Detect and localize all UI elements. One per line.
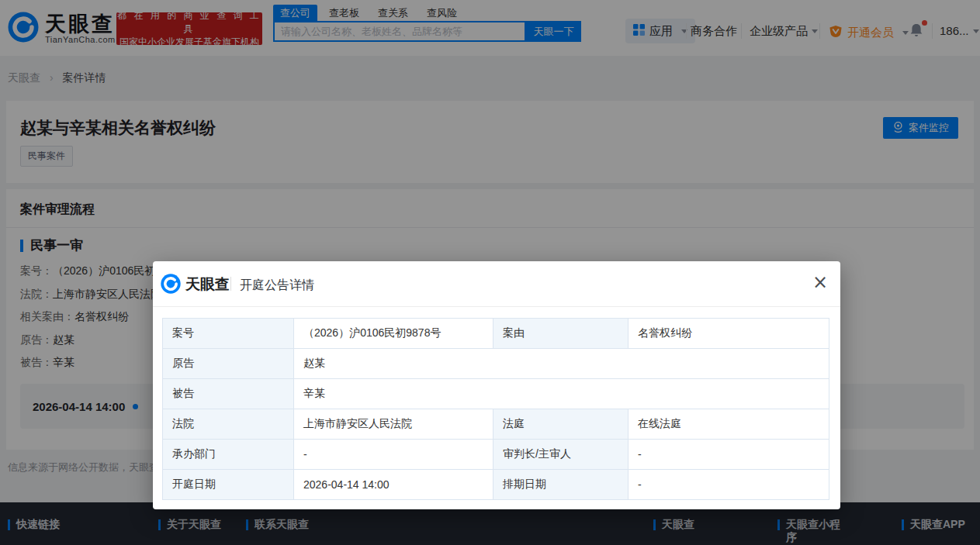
cell-value: 辛某 <box>294 379 829 409</box>
table-row: 原告 赵某 <box>163 349 829 379</box>
tianyancha-swirl-icon <box>161 274 181 297</box>
page: 天眼查 TianYanCha.com 都 在 用 的 商 业 查 询 工 具 国… <box>0 0 980 545</box>
cell-value: 上海市静安区人民法院 <box>294 409 493 440</box>
table-row: 被告 辛某 <box>163 379 829 409</box>
hearing-announcement-modal: 天眼查 开庭公告详情 × 案号 （2026）沪0106民初9878号 案由 名誉… <box>153 261 840 509</box>
cell-value: （2026）沪0106民初9878号 <box>294 319 493 349</box>
modal-brand-name: 天眼查 <box>185 275 230 294</box>
table-row: 法院 上海市静安区人民法院 法庭 在线法庭 <box>163 409 829 440</box>
cell-value: 赵某 <box>294 349 829 379</box>
cell-label: 被告 <box>163 379 294 409</box>
cell-label: 案号 <box>163 319 294 349</box>
table-row: 开庭日期 2026-04-14 14:00 排期日期 - <box>163 470 829 500</box>
cell-label: 审判长/主审人 <box>493 440 629 470</box>
modal-title: 开庭公告详情 <box>240 277 314 293</box>
cell-label: 法庭 <box>493 409 629 440</box>
table-row: 案号 （2026）沪0106民初9878号 案由 名誉权纠纷 <box>163 319 829 349</box>
modal-header: 天眼查 开庭公告详情 × <box>153 261 840 307</box>
cell-value: - <box>629 440 829 470</box>
hearing-detail-table: 案号 （2026）沪0106民初9878号 案由 名誉权纠纷 原告 赵某 被告 … <box>162 318 829 500</box>
table-row: 承办部门 - 审判长/主审人 - <box>163 440 829 470</box>
cell-label: 排期日期 <box>493 470 629 500</box>
cell-label: 案由 <box>493 319 629 349</box>
close-icon[interactable]: × <box>809 271 831 293</box>
cell-value: 在线法庭 <box>629 409 829 440</box>
cell-value: - <box>629 470 829 500</box>
cell-label: 原告 <box>163 349 294 379</box>
cell-label: 开庭日期 <box>163 470 294 500</box>
cell-label: 法院 <box>163 409 294 440</box>
cell-value: 2026-04-14 14:00 <box>294 470 493 500</box>
cell-label: 承办部门 <box>163 440 294 470</box>
cell-value: - <box>294 440 493 470</box>
modal-divider <box>230 277 231 291</box>
cell-value: 名誉权纠纷 <box>629 319 829 349</box>
